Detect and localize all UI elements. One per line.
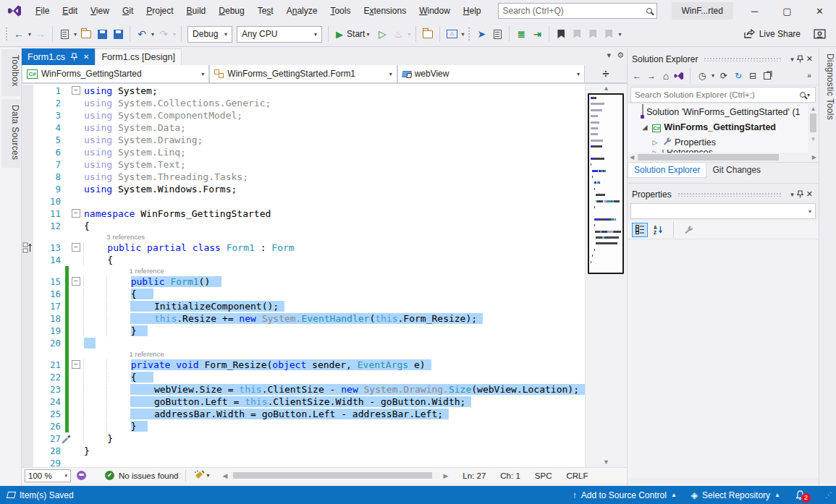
open-file-button[interactable] xyxy=(78,25,94,43)
tree-item-properties[interactable]: ▷Properties xyxy=(628,134,819,150)
space-mode-indicator[interactable]: SPC xyxy=(528,471,560,480)
quick-actions-screwdriver-icon[interactable] xyxy=(61,433,71,444)
scrollbar-thumb[interactable] xyxy=(810,114,816,132)
code-line[interactable]: 8using System.Threading.Tasks; xyxy=(22,171,585,183)
increase-indent-button[interactable]: ⇥ xyxy=(529,25,545,43)
line-indicator[interactable]: Ln: 27 xyxy=(455,471,493,480)
back-icon[interactable]: ← xyxy=(630,69,643,83)
hot-reload-button[interactable]: ♨ xyxy=(390,25,406,43)
inheritance-margin-icon[interactable] xyxy=(22,242,33,253)
fold-collapse-icon[interactable]: − xyxy=(72,86,80,95)
decrease-indent-button[interactable]: ≣ xyxy=(513,25,529,43)
resize-grip[interactable]: ⋰ xyxy=(818,491,836,499)
fold-collapse-icon[interactable]: − xyxy=(72,277,80,286)
window-dropdown[interactable]: ▾ xyxy=(460,31,465,38)
scroll-up-icon[interactable]: ▲ xyxy=(808,104,819,112)
menu-extensions[interactable]: Extensions xyxy=(357,1,413,20)
close-panel-icon[interactable]: ✕ xyxy=(803,54,814,64)
live-share-button[interactable]: Live Share xyxy=(743,29,801,39)
previous-bookmark-button[interactable] xyxy=(569,25,585,43)
configuration-combobox[interactable]: Debug ▾ xyxy=(187,26,232,43)
pin-icon[interactable] xyxy=(797,190,803,199)
code-line[interactable]: 12{ xyxy=(22,220,585,232)
code-editor[interactable]: 1−using System;2using System.Collections… xyxy=(22,84,627,467)
panel-drag-texture[interactable] xyxy=(677,192,782,197)
fold-collapse-icon[interactable]: − xyxy=(72,243,80,252)
bookmarks-dropdown[interactable]: ▾ xyxy=(617,31,622,38)
gear-icon[interactable]: ⚙ xyxy=(617,51,624,60)
properties-header[interactable]: Properties ▾ ✕ xyxy=(628,187,819,202)
zoom-combobox[interactable]: 100 % ▾ xyxy=(25,469,71,482)
start-debug-button[interactable]: ▶ Start ▾ xyxy=(332,25,374,43)
maximize-button[interactable]: ▢ xyxy=(771,0,803,22)
codelens-row[interactable]: 3 references xyxy=(22,232,585,242)
menu-view[interactable]: View xyxy=(84,1,116,20)
categorized-view-button[interactable] xyxy=(632,223,648,237)
code-line[interactable]: 9using System.Windows.Forms; xyxy=(22,183,585,195)
menu-help[interactable]: Help xyxy=(457,1,488,20)
code-line[interactable]: 20 xyxy=(22,337,585,349)
pending-changes-filter-icon[interactable]: ◷ xyxy=(696,69,709,83)
save-button[interactable] xyxy=(94,25,110,43)
scroll-down-icon[interactable]: ▼ xyxy=(808,136,819,142)
solution-explorer-search-input[interactable]: Search Solution Explorer (Ctrl+;) ▾ xyxy=(630,87,816,103)
menu-edit[interactable]: Edit xyxy=(56,1,84,20)
search-input[interactable]: Search (Ctrl+Q) xyxy=(498,3,657,19)
code-line[interactable]: 29 xyxy=(22,457,585,467)
feedback-icon[interactable] xyxy=(77,471,86,480)
close-button[interactable]: ✕ xyxy=(803,0,836,22)
code-line[interactable]: 23 webView.Size = this.ClientSize - new … xyxy=(22,383,585,396)
menu-analyze[interactable]: Analyze xyxy=(280,1,324,20)
code-line[interactable]: 15− public Form1() xyxy=(22,276,585,288)
tree-horizontal-scrollbar[interactable]: ◀ ▶ xyxy=(628,153,819,162)
line-ending-indicator[interactable]: CRLF xyxy=(559,471,595,480)
scroll-down-icon[interactable]: ▼ xyxy=(586,458,627,467)
scrollbar-thumb[interactable] xyxy=(233,472,432,479)
code-line[interactable]: 17 InitializeComponent(); xyxy=(22,300,585,312)
new-project-dropdown[interactable]: ▾ xyxy=(72,31,78,38)
navigate-forward-button[interactable]: → xyxy=(33,25,48,43)
code-line[interactable]: 5using System.Drawing; xyxy=(22,134,585,146)
code-line[interactable]: 18 this.Resize += new System.EventHandle… xyxy=(22,312,585,325)
tree-item-references[interactable]: ▷References xyxy=(628,150,819,153)
code-line[interactable]: 1−using System; xyxy=(22,85,585,97)
window-title[interactable]: WinF...rted xyxy=(672,2,733,20)
code-line[interactable]: 26 } xyxy=(22,420,585,432)
properties-object-combobox[interactable]: ▾ xyxy=(630,203,816,219)
vertical-scrollbar-map[interactable]: ▲ ▼ xyxy=(585,84,627,467)
panel-menu-icon[interactable]: ▾ xyxy=(788,191,797,198)
tree-expander-icon[interactable]: ◢ xyxy=(641,124,649,131)
panel-tab-solution-explorer[interactable]: Solution Explorer xyxy=(628,163,706,178)
horizontal-scrollbar[interactable]: ◀ ▶ xyxy=(219,472,451,479)
scroll-right-icon[interactable]: ▶ xyxy=(440,472,451,479)
close-tab-icon[interactable]: ✕ xyxy=(83,53,89,61)
hot-reload-dropdown[interactable]: ▾ xyxy=(406,31,412,38)
code-line[interactable]: 7using System.Text; xyxy=(22,158,585,171)
minimap-viewport[interactable] xyxy=(588,93,624,274)
menu-debug[interactable]: Debug xyxy=(212,1,250,20)
select-pointer-button[interactable]: ➤ xyxy=(473,25,489,43)
close-panel-icon[interactable]: ✕ xyxy=(803,189,814,199)
code-line[interactable]: 21− private void Form_Resize(object send… xyxy=(22,359,585,371)
select-repository-button[interactable]: ◈ Select Repository ▲ xyxy=(684,490,788,500)
code-line[interactable]: 25 addressBar.Width = goButton.Left - ad… xyxy=(22,408,585,420)
alphabetical-sort-button[interactable]: AZ xyxy=(651,223,667,237)
menu-file[interactable]: File xyxy=(29,1,56,20)
minimize-button[interactable]: ─ xyxy=(738,0,771,22)
tree-item-solution-winforms-gettingstart[interactable]: Solution 'WinForms_GettingStarted' (1 xyxy=(628,104,819,119)
scroll-left-icon[interactable]: ◀ xyxy=(628,154,636,161)
menu-tools[interactable]: Tools xyxy=(324,1,357,20)
notifications-button[interactable]: 2 xyxy=(788,487,818,503)
code-line[interactable]: 14 { xyxy=(22,254,585,266)
code-line[interactable]: 19 } xyxy=(22,325,585,337)
undo-dropdown[interactable]: ▾ xyxy=(150,31,156,38)
column-indicator[interactable]: Ch: 1 xyxy=(493,471,528,480)
panel-menu-icon[interactable]: ▾ xyxy=(788,56,797,63)
preview-selected-items-icon[interactable] xyxy=(761,69,774,83)
menu-build[interactable]: Build xyxy=(180,1,213,20)
new-project-button[interactable] xyxy=(56,25,72,43)
collapse-all-icon[interactable]: ⊟ xyxy=(746,69,759,83)
panel-tab-git-changes[interactable]: Git Changes xyxy=(706,163,767,178)
start-without-debug-button[interactable]: ▷ xyxy=(374,25,390,43)
menu-project[interactable]: Project xyxy=(140,1,180,20)
